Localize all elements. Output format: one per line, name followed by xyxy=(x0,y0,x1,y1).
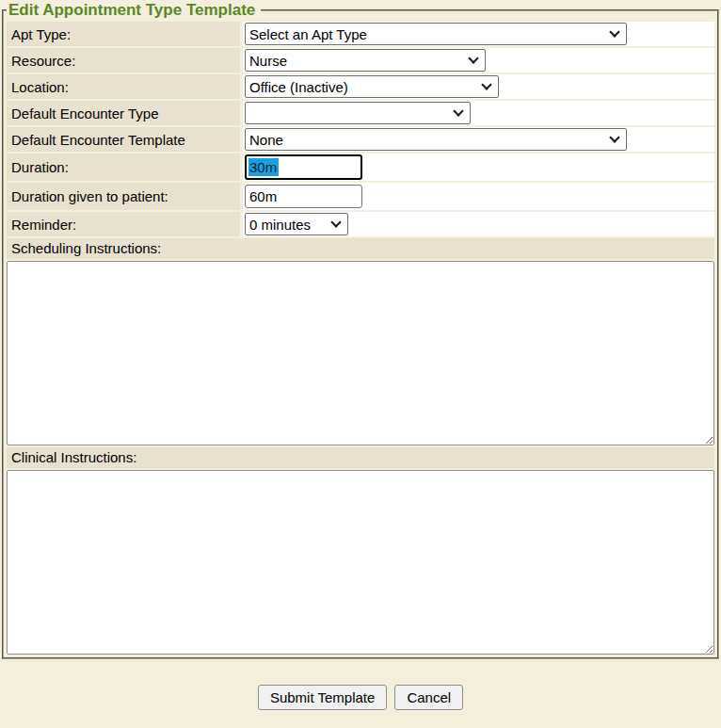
scheduling-instructions-row xyxy=(7,261,714,445)
default-encounter-template-label: Default Encounter Template xyxy=(7,127,240,152)
location-label: Location: xyxy=(7,74,240,99)
form-row-location: Location: Office (Inactive) xyxy=(7,74,714,99)
reminder-label: Reminder: xyxy=(7,212,240,236)
form-table: Apt Type: Select an Apt Type Resource: N… xyxy=(7,22,714,655)
duration-given-input[interactable] xyxy=(245,185,362,208)
scheduling-instructions-textarea[interactable] xyxy=(7,261,714,445)
clinical-instructions-row xyxy=(7,470,714,655)
duration-label: Duration: xyxy=(7,154,240,181)
scheduling-instructions-label: Scheduling Instructions: xyxy=(7,238,714,259)
form-row-duration: Duration: 30m xyxy=(7,154,714,181)
clinical-instructions-label: Clinical Instructions: xyxy=(7,447,714,468)
page-title: Edit Appointment Type Template xyxy=(7,1,261,20)
default-encounter-type-select[interactable] xyxy=(245,102,471,124)
form-row-reminder: Reminder: 0 minutes xyxy=(7,212,714,236)
clinical-instructions-textarea[interactable] xyxy=(7,470,714,655)
duration-input[interactable]: 30m xyxy=(245,154,362,180)
cancel-button[interactable]: Cancel xyxy=(394,685,463,710)
apt-type-label: Apt Type: xyxy=(7,22,240,46)
duration-selected-text: 30m xyxy=(248,158,279,176)
form-row-apt-type: Apt Type: Select an Apt Type xyxy=(7,22,714,46)
form-actions: Submit Template Cancel xyxy=(0,685,721,710)
default-encounter-type-label: Default Encounter Type xyxy=(7,101,240,125)
duration-given-label: Duration given to patient: xyxy=(7,183,240,210)
form-row-duration-given: Duration given to patient: xyxy=(7,183,714,210)
form-row-resource: Resource: Nurse xyxy=(7,48,714,73)
submit-template-button[interactable]: Submit Template xyxy=(258,685,387,710)
resource-label: Resource: xyxy=(7,48,240,73)
edit-appointment-type-fieldset: Edit Appointment Type Template Apt Type:… xyxy=(2,1,719,659)
form-row-default-encounter-template: Default Encounter Template None xyxy=(7,127,714,152)
location-select[interactable]: Office (Inactive) xyxy=(245,75,499,98)
apt-type-select[interactable]: Select an Apt Type xyxy=(245,23,627,45)
reminder-select[interactable]: 0 minutes xyxy=(245,213,348,235)
form-row-default-encounter-type: Default Encounter Type xyxy=(7,101,714,125)
default-encounter-template-select[interactable]: None xyxy=(245,128,627,151)
resource-select[interactable]: Nurse xyxy=(245,49,486,72)
